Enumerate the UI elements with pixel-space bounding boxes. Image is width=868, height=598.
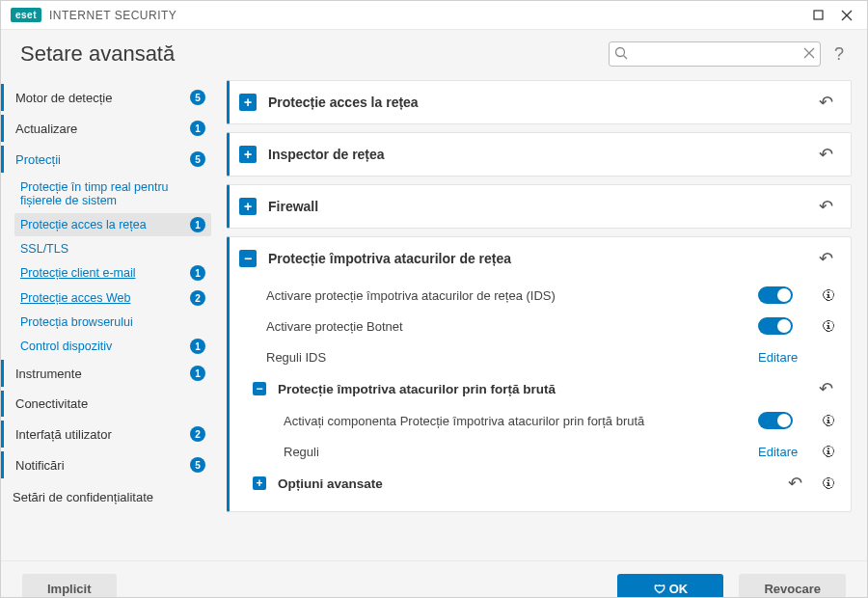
count-badge: 5: [190, 151, 205, 167]
panel-header[interactable]: + Protecție acces la rețea ↶: [230, 81, 851, 123]
shield-icon: 🛡: [654, 583, 665, 596]
sidebar-item-tools[interactable]: Instrumente 1: [1, 360, 211, 387]
count-badge: 5: [190, 90, 205, 105]
sidebar-item-label: Control dispozitiv: [20, 340, 184, 353]
info-icon[interactable]: 🛈: [820, 475, 837, 492]
main-content: + Protecție acces la rețea ↶ + Inspector…: [221, 80, 867, 560]
setting-row-bruteforce-rules: Reguli Editare 🛈: [239, 436, 837, 467]
setting-label: Activare protecție Botnet: [239, 319, 758, 334]
x-icon: [803, 47, 815, 59]
sidebar-item-realtime-fs[interactable]: Protecție în timp real pentru fișierele …: [14, 177, 211, 211]
info-icon[interactable]: 🛈: [820, 317, 837, 335]
panel-network-inspector: + Inspector de rețea ↶: [227, 132, 852, 177]
count-badge: 2: [190, 426, 205, 442]
sidebar-item-ui[interactable]: Interfață utilizator 2: [1, 421, 211, 448]
search-box: [609, 41, 821, 67]
help-button[interactable]: ?: [830, 44, 848, 65]
toggle-bruteforce[interactable]: [758, 412, 793, 429]
ok-label: OK: [669, 582, 689, 596]
panel-network-access: + Protecție acces la rețea ↶: [227, 80, 852, 124]
setting-row-ids-rules: Reguli IDS Editare: [239, 341, 837, 372]
undo-button[interactable]: ↶: [784, 473, 806, 494]
setting-label: Reguli: [239, 445, 758, 459]
sidebar-item-label: Conectivitate: [15, 396, 205, 411]
sidebar-item-network-access[interactable]: Protecție acces la rețea 1: [14, 213, 211, 236]
sidebar-item-label: Instrumente: [15, 367, 184, 381]
panel-title: Protecție acces la rețea: [268, 95, 815, 110]
header-row: Setare avansată ?: [1, 30, 867, 80]
collapse-icon: −: [239, 250, 257, 267]
sidebar-item-label: Protecția browserului: [20, 315, 205, 329]
close-button[interactable]: [832, 1, 861, 30]
subsection-title: Protecție împotriva atacurilor prin forț…: [278, 382, 815, 396]
info-icon[interactable]: 🛈: [820, 412, 837, 429]
panel-title: Inspector de rețea: [268, 147, 815, 162]
default-button[interactable]: Implicit: [22, 574, 117, 599]
sidebar-item-email-client[interactable]: Protecție client e-mail 1: [14, 261, 211, 285]
sidebar-item-ssltls[interactable]: SSL/TLS: [14, 238, 211, 259]
svg-line-4: [624, 56, 628, 60]
panel-header[interactable]: + Inspector de rețea ↶: [230, 133, 851, 176]
sidebar-item-browser[interactable]: Protecția browserului: [14, 312, 211, 333]
toggle-botnet[interactable]: [758, 317, 793, 335]
sidebar-item-privacy[interactable]: Setări de confidențialitate: [1, 484, 211, 510]
sidebar-item-label: Motor de detecție: [15, 91, 184, 105]
setting-row-ids: Activare protecție împotriva atacurilor …: [239, 280, 837, 311]
subsection-title: Opțiuni avansate: [278, 476, 784, 491]
expand-icon: +: [239, 146, 257, 163]
sidebar-item-label: Setări de confidențialitate: [13, 490, 205, 504]
undo-button[interactable]: ↶: [815, 144, 837, 165]
sidebar-item-connectivity[interactable]: Conectivitate: [1, 391, 211, 417]
setting-row-botnet: Activare protecție Botnet 🛈: [239, 311, 837, 341]
undo-button[interactable]: ↶: [815, 248, 837, 269]
brand-badge: eset: [11, 8, 41, 22]
sidebar-item-label: Protecție acces la rețea: [20, 218, 184, 231]
clear-search-button[interactable]: [803, 46, 815, 62]
expand-icon: +: [239, 94, 257, 111]
panel-network-attack-protection: − Protecție împotriva atacurilor de rețe…: [227, 236, 852, 512]
titlebar: eset INTERNET SECURITY: [1, 1, 867, 30]
sidebar-item-label: SSL/TLS: [20, 242, 205, 256]
sidebar-item-label: Notificări: [15, 458, 184, 473]
cancel-button[interactable]: Revocare: [739, 574, 846, 599]
setting-label: Reguli IDS: [239, 350, 758, 365]
sidebar-item-device-control[interactable]: Control dispozitiv 1: [14, 335, 211, 358]
sidebar-item-web-access[interactable]: Protecție acces Web 2: [14, 286, 211, 310]
undo-button[interactable]: ↶: [815, 196, 837, 217]
page-title: Setare avansată: [20, 41, 175, 67]
panel-header[interactable]: + Firewall ↶: [230, 185, 851, 228]
subsection-bruteforce[interactable]: − Protecție împotriva atacurilor prin fo…: [239, 372, 837, 405]
info-icon[interactable]: 🛈: [820, 286, 837, 304]
undo-button[interactable]: ↶: [815, 92, 837, 113]
sidebar-item-notifications[interactable]: Notificări 5: [1, 451, 211, 478]
sidebar-item-label: Interfață utilizator: [15, 427, 184, 442]
panel-title: Firewall: [268, 199, 815, 214]
count-badge: 1: [190, 339, 205, 354]
expand-icon: +: [253, 476, 266, 490]
panel-header[interactable]: − Protecție împotriva atacurilor de rețe…: [230, 237, 851, 280]
close-icon: [841, 10, 853, 21]
edit-link[interactable]: Editare: [758, 445, 812, 459]
count-badge: 1: [190, 265, 205, 281]
count-badge: 1: [190, 217, 205, 232]
toggle-ids[interactable]: [758, 286, 793, 304]
setting-row-bruteforce-enable: Activați componenta Protecție împotriva …: [239, 405, 837, 436]
sidebar-item-label: Protecție acces Web: [20, 291, 184, 305]
sidebar-item-protections[interactable]: Protecții 5: [1, 146, 211, 173]
maximize-button[interactable]: [803, 1, 832, 30]
edit-link[interactable]: Editare: [758, 350, 812, 365]
setting-label: Activați componenta Protecție împotriva …: [239, 414, 758, 428]
ok-button[interactable]: 🛡 OK: [617, 574, 723, 599]
search-input[interactable]: [609, 41, 821, 67]
sidebar: Motor de detecție 5 Actualizare 1 Protec…: [1, 80, 221, 560]
info-icon[interactable]: 🛈: [820, 443, 837, 460]
subsection-advanced[interactable]: + Opțiuni avansate ↶ 🛈: [239, 467, 837, 500]
count-badge: 5: [190, 457, 205, 473]
count-badge: 2: [190, 290, 205, 306]
sidebar-item-update[interactable]: Actualizare 1: [1, 115, 211, 142]
svg-point-3: [616, 48, 625, 57]
undo-button[interactable]: ↶: [815, 378, 837, 399]
search-icon: [614, 46, 628, 63]
sidebar-item-detection-engine[interactable]: Motor de detecție 5: [1, 84, 211, 111]
sidebar-item-label: Actualizare: [15, 122, 184, 136]
